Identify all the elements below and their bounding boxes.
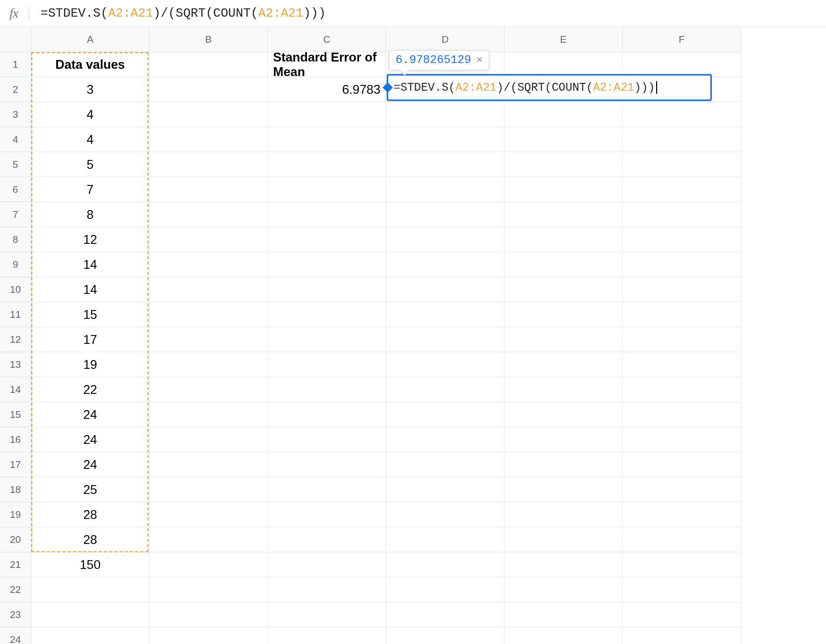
cell-F10[interactable] — [623, 277, 741, 302]
cell-E24[interactable] — [504, 627, 623, 644]
cell-C19[interactable] — [268, 502, 386, 527]
cell-E17[interactable] — [504, 452, 623, 477]
cell-F19[interactable] — [623, 502, 741, 527]
cell-C13[interactable] — [268, 352, 386, 377]
cell-B3[interactable] — [150, 102, 268, 127]
cell-A7[interactable]: 8 — [31, 202, 150, 227]
cell-E14[interactable] — [504, 377, 623, 402]
cell-A6[interactable]: 7 — [31, 177, 150, 202]
cell-D7[interactable] — [386, 202, 504, 227]
cell-A20[interactable]: 28 — [31, 527, 150, 552]
cell-B9[interactable] — [150, 252, 268, 277]
cell-A22[interactable] — [31, 577, 150, 602]
cell-F15[interactable] — [623, 402, 741, 427]
cell-B19[interactable] — [150, 502, 268, 527]
cell-A8[interactable]: 12 — [31, 227, 150, 252]
cell-A16[interactable]: 24 — [31, 427, 150, 452]
cell-F8[interactable] — [623, 227, 741, 252]
cell-F9[interactable] — [623, 252, 741, 277]
cell-C3[interactable] — [268, 102, 386, 127]
cell-B4[interactable] — [150, 127, 268, 152]
cell-A17[interactable]: 24 — [31, 452, 150, 477]
row-header-10[interactable]: 10 — [0, 277, 31, 302]
cell-A21[interactable]: 150 — [31, 552, 150, 577]
cell-E18[interactable] — [504, 477, 623, 502]
cell-formula-editor[interactable]: =STDEV.S(A2:A21)/(SQRT(COUNT(A2:A21))) — [387, 74, 712, 101]
cell-B20[interactable] — [150, 527, 268, 552]
row-header-5[interactable]: 5 — [0, 152, 31, 177]
cell-F11[interactable] — [623, 302, 741, 327]
cell-E7[interactable] — [504, 202, 623, 227]
cell-F13[interactable] — [623, 352, 741, 377]
cell-C15[interactable] — [268, 402, 386, 427]
cell-F5[interactable] — [623, 152, 741, 177]
cell-F4[interactable] — [623, 127, 741, 152]
cell-D8[interactable] — [386, 227, 504, 252]
cell-E20[interactable] — [504, 527, 623, 552]
cell-A12[interactable]: 17 — [31, 327, 150, 352]
cell-B18[interactable] — [150, 477, 268, 502]
cell-B12[interactable] — [150, 327, 268, 352]
row-header-6[interactable]: 6 — [0, 177, 31, 202]
cell-E12[interactable] — [504, 327, 623, 352]
cell-B10[interactable] — [150, 277, 268, 302]
cell-D24[interactable] — [386, 627, 504, 644]
cell-E23[interactable] — [504, 602, 623, 627]
cell-C14[interactable] — [268, 377, 386, 402]
cell-C20[interactable] — [268, 527, 386, 552]
cell-E19[interactable] — [504, 502, 623, 527]
col-header-A[interactable]: A — [31, 27, 150, 52]
cell-F17[interactable] — [623, 452, 741, 477]
row-header-13[interactable]: 13 — [0, 352, 31, 377]
cell-D14[interactable] — [386, 377, 504, 402]
cell-B16[interactable] — [150, 427, 268, 452]
cell-C17[interactable] — [268, 452, 386, 477]
row-header-24[interactable]: 24 — [0, 627, 31, 644]
cell-B22[interactable] — [150, 577, 268, 602]
cell-C1[interactable]: Standard Error of Mean — [268, 52, 386, 77]
cell-E3[interactable] — [504, 102, 623, 127]
cell-C9[interactable] — [268, 252, 386, 277]
row-header-14[interactable]: 14 — [0, 377, 31, 402]
cell-D23[interactable] — [386, 602, 504, 627]
row-header-23[interactable]: 23 — [0, 602, 31, 627]
row-header-21[interactable]: 21 — [0, 552, 31, 577]
row-header-8[interactable]: 8 — [0, 227, 31, 252]
cell-F7[interactable] — [623, 202, 741, 227]
cell-E9[interactable] — [504, 252, 623, 277]
row-header-18[interactable]: 18 — [0, 477, 31, 502]
cell-C24[interactable] — [268, 627, 386, 644]
cell-C6[interactable] — [268, 177, 386, 202]
cell-D19[interactable] — [386, 502, 504, 527]
cell-B13[interactable] — [150, 352, 268, 377]
cell-C10[interactable] — [268, 277, 386, 302]
cell-D9[interactable] — [386, 252, 504, 277]
cell-A9[interactable]: 14 — [31, 252, 150, 277]
formula-bar-text[interactable]: =STDEV.S(A2:A21)/(SQRT(COUNT(A2:A21))) — [41, 6, 326, 20]
cell-F22[interactable] — [623, 577, 741, 602]
col-header-C[interactable]: C — [268, 27, 386, 52]
cell-E11[interactable] — [504, 302, 623, 327]
cell-C11[interactable] — [268, 302, 386, 327]
cell-F20[interactable] — [623, 527, 741, 552]
cell-D3[interactable] — [386, 102, 504, 127]
cell-E4[interactable] — [504, 127, 623, 152]
tooltip-close-icon[interactable]: × — [476, 54, 483, 66]
cell-A13[interactable]: 19 — [31, 352, 150, 377]
cell-D20[interactable] — [386, 527, 504, 552]
cell-C2[interactable]: 6.9783 — [268, 77, 386, 102]
cell-E21[interactable] — [504, 552, 623, 577]
cell-D22[interactable] — [386, 577, 504, 602]
cell-A10[interactable]: 14 — [31, 277, 150, 302]
cell-C5[interactable] — [268, 152, 386, 177]
col-header-D[interactable]: D — [386, 27, 504, 52]
cell-A18[interactable]: 25 — [31, 477, 150, 502]
cell-C23[interactable] — [268, 602, 386, 627]
cell-C16[interactable] — [268, 427, 386, 452]
row-header-2[interactable]: 2 — [0, 77, 31, 102]
cell-D11[interactable] — [386, 302, 504, 327]
cell-F14[interactable] — [623, 377, 741, 402]
formula-bar[interactable]: fx =STDEV.S(A2:A21)/(SQRT(COUNT(A2:A21))… — [0, 0, 826, 27]
cell-C21[interactable] — [268, 552, 386, 577]
cell-C22[interactable] — [268, 577, 386, 602]
